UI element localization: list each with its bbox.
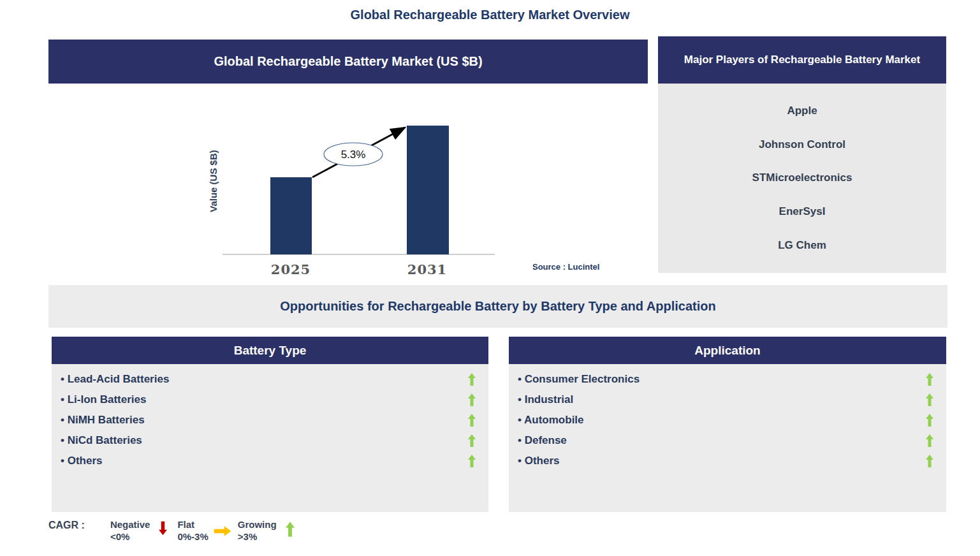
list-item-label: Automobile (518, 414, 584, 427)
legend-entry-text: Flat 0%-3% (177, 518, 208, 543)
growing-up-arrow-icon (468, 454, 476, 468)
battery-type-panel: Battery Type Lead-Acid Batteries Li-Ion … (52, 337, 488, 512)
negative-down-arrow-icon (159, 520, 167, 537)
legend-entry-name: Growing (238, 519, 277, 530)
bar-2031 (407, 126, 449, 254)
player-name: Apple (787, 105, 817, 117)
infographic-canvas: Global Rechargeable Battery Market Overv… (0, 0, 980, 556)
growing-up-arrow-icon (468, 413, 476, 427)
legend-entry-range: >3% (238, 531, 257, 542)
list-item: NiCd Batteries (52, 430, 488, 451)
growing-up-arrow-icon (926, 413, 933, 427)
growing-up-arrow-icon (926, 393, 933, 407)
list-item-label: Industrial (518, 393, 573, 406)
application-header: Application (509, 337, 946, 364)
cagr-legend-label: CAGR : (48, 518, 85, 531)
legend-entry-growing: Growing >3% (238, 518, 305, 543)
list-item: Industrial (509, 390, 946, 410)
list-item-label: Lead-Acid Batteries (61, 373, 169, 386)
growing-up-arrow-icon (926, 454, 933, 468)
application-panel: Application Consumer Electronics Industr… (509, 337, 946, 512)
legend-entry-name: Negative (110, 519, 150, 530)
player-name: LG Chem (778, 239, 826, 252)
legend-entry-negative: Negative <0% (110, 518, 178, 543)
cagr-legend: CAGR : Negative <0% Flat 0%-3% Growing >… (48, 518, 305, 543)
source-note: Source : Lucintel (532, 262, 599, 272)
growing-up-arrow-icon (468, 372, 476, 386)
legend-entry-flat: Flat 0%-3% (177, 518, 237, 543)
page-title: Global Rechargeable Battery Market Overv… (0, 8, 980, 22)
list-item: Lead-Acid Batteries (52, 369, 488, 390)
player-name: EnerSysI (779, 205, 826, 218)
growing-up-arrow-icon (286, 520, 295, 539)
growing-up-arrow-icon (926, 372, 933, 386)
list-item-label: Li-Ion Batteries (61, 393, 146, 406)
cagr-callout-value: 5.3% (341, 149, 366, 161)
battery-type-list: Lead-Acid Batteries Li-Ion Batteries NiM… (52, 364, 488, 512)
list-item: Automobile (509, 410, 946, 430)
major-players-list: Apple Johnson Control STMicroelectronics… (658, 84, 946, 273)
list-item-label: Others (518, 455, 559, 467)
major-players-panel: Major Players of Rechargeable Battery Ma… (658, 36, 946, 273)
chart-panel-header: Global Rechargeable Battery Market (US $… (48, 40, 648, 84)
growing-up-arrow-icon (468, 393, 476, 407)
legend-entry-text: Growing >3% (238, 518, 277, 543)
list-item-label: Defense (518, 434, 567, 447)
market-bar-chart: Value (US $B) 5.3% 2025 2031 (48, 84, 648, 282)
x-tick-2025: 2025 (271, 261, 311, 277)
growing-up-arrow-icon (926, 434, 933, 448)
list-item: NiMH Batteries (52, 410, 488, 430)
player-name: STMicroelectronics (752, 172, 852, 184)
list-item-label: NiMH Batteries (61, 414, 145, 427)
list-item: Consumer Electronics (509, 369, 946, 390)
list-item: Others (509, 451, 946, 471)
player-name: Johnson Control (759, 138, 845, 151)
x-tick-2031: 2031 (407, 261, 447, 277)
legend-entry-text: Negative <0% (110, 518, 150, 543)
y-axis-label: Value (US $B) (208, 150, 219, 212)
legend-entry-range: <0% (110, 531, 129, 542)
bar-2025 (270, 177, 312, 254)
opportunities-title: Opportunities for Rechargeable Battery b… (48, 285, 947, 328)
battery-type-header: Battery Type (52, 337, 488, 364)
list-item: Others (52, 451, 488, 471)
list-item-label: NiCd Batteries (61, 434, 142, 447)
list-item-label: Consumer Electronics (518, 373, 640, 386)
flat-right-arrow-icon (214, 526, 231, 536)
legend-entry-name: Flat (177, 519, 194, 530)
list-item: Li-Ion Batteries (52, 390, 488, 410)
major-players-header: Major Players of Rechargeable Battery Ma… (658, 36, 946, 84)
application-list: Consumer Electronics Industrial Automobi… (509, 364, 946, 512)
list-item-label: Others (61, 455, 102, 467)
legend-entry-range: 0%-3% (177, 531, 208, 542)
growing-up-arrow-icon (468, 434, 476, 448)
list-item: Defense (509, 430, 946, 451)
